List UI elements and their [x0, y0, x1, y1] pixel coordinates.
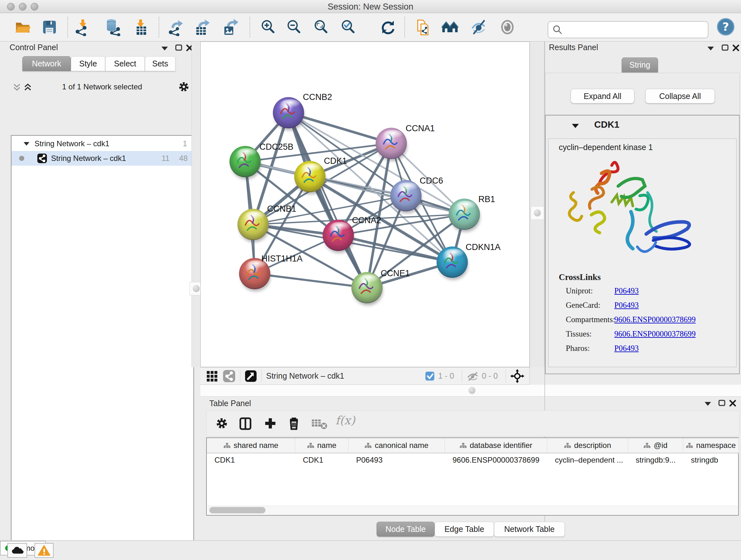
tab-string[interactable]: String	[622, 57, 658, 72]
table-cell[interactable]: cyclin–dependent ...	[547, 453, 628, 467]
open-session-icon[interactable]	[13, 18, 31, 36]
crosslink-link[interactable]: P06493	[614, 344, 638, 353]
zoom-selected-icon[interactable]	[339, 18, 357, 36]
network-node-CCNA1[interactable]	[376, 128, 407, 161]
float-panel-icon[interactable]	[706, 45, 717, 54]
selected-checkbox-icon[interactable]	[425, 371, 435, 381]
warning-button[interactable]	[35, 543, 54, 558]
selected-counts: 1 - 0	[438, 371, 454, 381]
birds-eye-view-icon[interactable]	[245, 370, 257, 382]
network-edge-HIST1H1A-CCNE1[interactable]	[255, 273, 367, 288]
formula-builder-icon[interactable]: f(x)	[335, 414, 355, 427]
maximize-panel-icon[interactable]	[718, 399, 729, 408]
table-horizontal-scrollbar[interactable]	[207, 506, 738, 514]
network-type-icon[interactable]	[223, 370, 235, 382]
column-header-canonical-name[interactable]: canonical name	[348, 438, 445, 453]
tab-style[interactable]: Style	[71, 56, 105, 71]
close-panel-icon[interactable]	[729, 399, 740, 408]
table-cell[interactable]: 9606.ENSP00000378699	[445, 453, 547, 467]
table-cell[interactable]: P06493	[348, 453, 445, 467]
zoom-fit-icon[interactable]	[312, 18, 330, 36]
import-network-database-icon[interactable]	[105, 18, 122, 36]
float-panel-icon[interactable]	[160, 45, 171, 54]
expand-all-button[interactable]: Expand All	[570, 89, 634, 104]
right-splitter[interactable]	[530, 42, 544, 367]
collapse-triangle-icon[interactable]	[23, 141, 30, 146]
column-header-shared-name[interactable]: shared name	[207, 438, 295, 453]
tab-network-table[interactable]: Network Table	[494, 522, 565, 537]
home-networks-icon[interactable]	[441, 18, 459, 36]
network-node-CCNA2[interactable]	[323, 220, 354, 253]
network-options-gear-icon[interactable]	[178, 81, 189, 90]
delete-table-icon[interactable]	[311, 418, 328, 430]
table-cell[interactable]: CDK1	[207, 453, 295, 467]
table-cell[interactable]: stringdb	[683, 453, 739, 467]
help-icon[interactable]: ?	[717, 18, 735, 36]
float-panel-icon[interactable]	[703, 400, 714, 409]
column-header-namespace[interactable]: namespace	[683, 438, 739, 453]
tab-edge-table[interactable]: Edge Table	[434, 522, 494, 537]
left-splitter[interactable]	[192, 42, 201, 367]
search-input[interactable]	[565, 25, 708, 35]
column-header-database-identifier[interactable]: database identifier	[445, 438, 547, 453]
network-node-CCNE1[interactable]	[351, 272, 383, 306]
pan-crosshair-icon[interactable]	[510, 369, 524, 383]
gene-name[interactable]: CDK1	[594, 119, 619, 130]
node-label-CCNB1: CCNB1	[267, 204, 296, 213]
tab-sets[interactable]: Sets	[145, 56, 176, 71]
table-cell[interactable]: CDK1	[295, 453, 348, 467]
close-panel-icon[interactable]	[732, 44, 741, 53]
network-node-CDKN1A[interactable]	[436, 246, 468, 280]
grid-view-icon[interactable]	[206, 370, 218, 382]
network-node-CCNB1[interactable]	[238, 209, 269, 242]
crosslink-link[interactable]: P06493	[614, 301, 638, 309]
cloud-button[interactable]	[7, 543, 27, 558]
network-node-CDC6[interactable]	[390, 180, 422, 213]
network-row[interactable]: String Network – cdk1 11 48	[11, 151, 193, 166]
maximize-panel-icon[interactable]	[175, 44, 186, 53]
import-table-file-icon[interactable]	[131, 18, 149, 36]
export-network-icon[interactable]	[167, 18, 185, 36]
crosslink-link[interactable]: P06493	[614, 287, 638, 295]
hidden-eye-icon[interactable]	[467, 371, 479, 381]
string-network-graph[interactable]: CCNB2CCNA1CDC25BCDK1CDC6RB1CCNB1CCNA2CDK…	[201, 42, 529, 367]
network-collection-row[interactable]: String Network – cdk1 1	[11, 136, 193, 151]
export-image-icon[interactable]	[221, 18, 239, 36]
column-header-description[interactable]: description	[547, 438, 628, 453]
zoom-out-icon[interactable]	[285, 18, 303, 36]
network-node-CDK1[interactable]	[294, 161, 326, 194]
clone-network-icon[interactable]	[414, 18, 432, 36]
scrollbar-thumb[interactable]	[209, 507, 266, 513]
table-cell[interactable]: stringdb:9...	[628, 453, 683, 467]
tab-node-table[interactable]: Node Table	[377, 522, 434, 537]
show-columns-icon[interactable]	[239, 416, 253, 430]
import-network-file-icon[interactable]	[74, 18, 91, 36]
gene-description: cyclin–dependent kinase 1	[559, 143, 653, 152]
column-header--id[interactable]: @id	[628, 438, 683, 453]
right-splitter-handle[interactable]	[531, 206, 544, 220]
create-column-icon[interactable]	[263, 416, 277, 430]
table-settings-gear-icon[interactable]	[215, 417, 228, 430]
search-field[interactable]	[548, 21, 709, 38]
tab-select[interactable]: Select	[105, 56, 145, 71]
refresh-icon[interactable]	[379, 18, 397, 36]
zoom-in-icon[interactable]	[259, 18, 277, 36]
crosslink-link[interactable]: 9606.ENSP00000378699	[614, 329, 696, 338]
delete-column-trash-icon[interactable]	[287, 416, 301, 430]
column-header-name[interactable]: name	[295, 438, 348, 453]
section-collapse-triangle-icon[interactable]	[571, 123, 580, 129]
maximize-panel-icon[interactable]	[721, 44, 732, 53]
collapse-all-icon[interactable]	[12, 82, 23, 91]
collapse-all-button[interactable]: Collapse All	[645, 89, 715, 104]
network-canvas[interactable]: CCNB2CCNA1CDC25BCDK1CDC6RB1CCNB1CCNA2CDK…	[200, 42, 530, 367]
network-node-CDC25B[interactable]	[229, 146, 261, 179]
hide-unhide-icon[interactable]	[470, 18, 488, 36]
save-session-icon[interactable]	[41, 18, 58, 36]
tab-network[interactable]: Network	[22, 56, 71, 71]
toolbar-separator	[462, 370, 462, 382]
network-node-RB1[interactable]	[449, 199, 480, 232]
expand-all-icon[interactable]	[23, 82, 34, 91]
export-table-icon[interactable]	[193, 18, 211, 36]
show-graphics-icon[interactable]	[498, 18, 516, 36]
crosslink-link[interactable]: 9606.ENSP00000378699	[614, 315, 696, 324]
